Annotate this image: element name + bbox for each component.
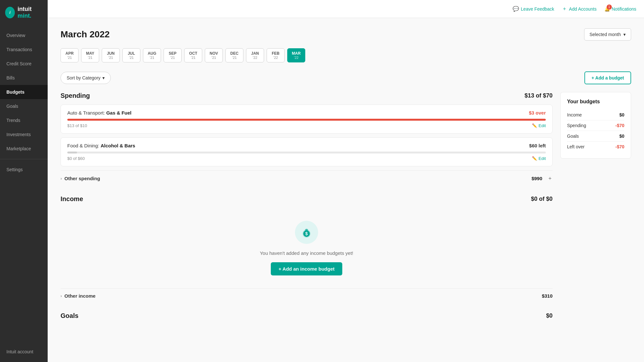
- logo[interactable]: i intuit mint.: [0, 0, 48, 25]
- alcohol-subtext: $0 of $60: [67, 156, 85, 161]
- income-summary: $0 of $0: [531, 196, 553, 202]
- sidebar-label-goals: Goals: [6, 104, 18, 109]
- sidebar-item-budgets[interactable]: Budgets: [0, 85, 48, 99]
- gas-progress-fill: [67, 119, 546, 121]
- goals-section: Goals $0: [61, 312, 553, 320]
- sidebar-item-overview[interactable]: Overview: [0, 28, 48, 42]
- panel-row-spending: Spending -$70: [567, 120, 624, 131]
- panel-spending-label: Spending: [567, 123, 586, 128]
- sidebar-label-investments: Investments: [6, 132, 31, 137]
- intuit-account-link[interactable]: Intuit account: [6, 347, 41, 357]
- month-tab-dec-21[interactable]: DEC'21: [225, 48, 243, 62]
- other-spending-toggle[interactable]: › Other spending: [61, 176, 100, 181]
- budgets-panel: Your budgets Income $0 Spending -$70 Goa…: [560, 92, 631, 329]
- panel-row-income: Income $0: [567, 110, 624, 120]
- sort-by-category-button[interactable]: Sort by Category ▾: [61, 72, 111, 84]
- panel-leftover-label: Left over: [567, 144, 584, 149]
- month-tab-mar-22[interactable]: MAR'22: [287, 48, 305, 62]
- add-income-budget-button[interactable]: + Add an income budget: [271, 262, 342, 275]
- goals-section-header: Goals $0: [61, 312, 553, 320]
- budget-item-gas-fuel: Auto & Transport: Gas & Fuel $3 over $13…: [61, 105, 553, 134]
- month-tab-aug-21[interactable]: AUG'21: [143, 48, 161, 62]
- month-tab-may-21[interactable]: MAY'21: [81, 48, 99, 62]
- panel-row-goals: Goals $0: [567, 131, 624, 142]
- budget-item-gas-footer: $13 of $10 ✏️ Edit: [67, 123, 546, 128]
- spending-title: Spending: [61, 92, 90, 99]
- sidebar-item-transactions[interactable]: Transactions: [0, 42, 48, 57]
- other-spending-add-button[interactable]: ＋: [547, 175, 553, 182]
- sidebar-label-credit-score: Credit Score: [6, 61, 32, 66]
- month-tab-jul-21[interactable]: JUL'21: [122, 48, 140, 62]
- month-tab-oct-21[interactable]: OCT'21: [184, 48, 202, 62]
- budget-item-alcohol-header: Food & Dining: Alcohol & Bars $60 left: [67, 143, 546, 148]
- add-budget-button[interactable]: + Add a budget: [584, 71, 631, 84]
- other-spending-amount: $990: [532, 176, 542, 181]
- page-header: March 2022 Selected month ▾: [61, 28, 631, 41]
- brand-name: intuit mint.: [17, 6, 43, 19]
- budget-item-alcohol-name: Food & Dining: Alcohol & Bars: [67, 143, 135, 148]
- sidebar-label-budgets: Budgets: [6, 89, 24, 95]
- month-tab-feb-22[interactable]: FEB'22: [267, 48, 285, 62]
- alcohol-edit-button[interactable]: ✏️ Edit: [532, 156, 546, 161]
- panel-leftover-amount: -$70: [615, 144, 624, 149]
- sidebar-label-transactions: Transactions: [6, 47, 32, 52]
- sidebar-bottom: Intuit account: [0, 341, 48, 362]
- add-budget-label: + Add a budget: [592, 75, 624, 80]
- sidebar-item-marketplace[interactable]: Marketplace: [0, 142, 48, 156]
- gas-edit-button[interactable]: ✏️ Edit: [532, 123, 546, 128]
- income-title: Income: [61, 195, 83, 203]
- notifications-button[interactable]: 🔔 1 Notifications: [604, 6, 636, 12]
- gas-subtext: $13 of $10: [67, 123, 87, 128]
- leave-feedback-button[interactable]: 💬 Leave Feedback: [513, 6, 554, 12]
- budget-item-alcohol-footer: $0 of $60 ✏️ Edit: [67, 156, 546, 161]
- page-title: March 2022: [61, 29, 110, 40]
- sidebar-item-investments[interactable]: Investments: [0, 127, 48, 142]
- notification-icon-wrapper: 🔔 1: [604, 6, 610, 12]
- sidebar-item-goals[interactable]: Goals: [0, 99, 48, 113]
- chevron-right-icon: ›: [61, 294, 62, 298]
- month-tab-jan-22[interactable]: JAN'22: [246, 48, 264, 62]
- panel-spending-amount: -$70: [615, 123, 624, 128]
- spending-section-header: Spending $13 of $70: [61, 92, 553, 99]
- add-accounts-button[interactable]: ＋ Add Accounts: [562, 5, 597, 12]
- month-tab-jun-21[interactable]: JUN'21: [102, 48, 120, 62]
- svg-text:$: $: [305, 231, 308, 236]
- sidebar: i intuit mint. Overview Transactions Cre…: [0, 0, 48, 362]
- edit-pencil-icon: ✏️: [532, 123, 537, 128]
- goals-title: Goals: [61, 312, 79, 320]
- income-empty-text: You haven't added any income budgets yet…: [67, 250, 546, 256]
- other-spending-label: Other spending: [64, 176, 100, 181]
- sidebar-label-bills: Bills: [6, 75, 15, 80]
- notification-badge: 1: [607, 5, 612, 10]
- month-tab-sep-21[interactable]: SEP'21: [164, 48, 182, 62]
- budget-item-alcohol-status: $60 left: [529, 143, 546, 148]
- content-layout: Spending $13 of $70 Auto & Transport: Ga…: [61, 92, 631, 329]
- sidebar-item-settings[interactable]: Settings: [0, 162, 48, 177]
- panel-goals-label: Goals: [567, 134, 579, 139]
- plus-icon: ＋: [562, 5, 567, 12]
- main-content: March 2022 Selected month ▾ APR'21MAY'21…: [48, 18, 644, 362]
- sidebar-label-settings: Settings: [6, 167, 23, 172]
- sidebar-item-bills[interactable]: Bills: [0, 71, 48, 85]
- logo-icon: i: [5, 7, 15, 18]
- topbar: 💬 Leave Feedback ＋ Add Accounts 🔔 1 Noti…: [48, 0, 644, 18]
- svg-rect-6: [306, 229, 308, 230]
- month-tab-apr-21[interactable]: APR'21: [61, 48, 79, 62]
- spending-summary: $13 of $70: [525, 92, 553, 99]
- income-section-header: Income $0 of $0: [61, 195, 553, 203]
- gas-progress-track: [67, 119, 546, 121]
- month-tab-nov-21[interactable]: NOV'21: [205, 48, 223, 62]
- sidebar-item-trends[interactable]: Trends: [0, 113, 48, 127]
- your-budgets-card: Your budgets Income $0 Spending -$70 Goa…: [560, 92, 631, 159]
- other-spending-actions: $990 ＋: [532, 175, 553, 182]
- month-tabs: APR'21MAY'21JUN'21JUL'21AUG'21SEP'21OCT'…: [61, 48, 631, 62]
- income-empty-state: $ You haven't added any income budgets y…: [61, 208, 553, 288]
- sidebar-nav: Overview Transactions Credit Score Bills…: [0, 25, 48, 341]
- budget-item-gas-header: Auto & Transport: Gas & Fuel $3 over: [67, 110, 546, 116]
- sidebar-label-overview: Overview: [6, 33, 25, 38]
- selected-month-dropdown[interactable]: Selected month ▾: [584, 28, 631, 41]
- sidebar-item-credit-score[interactable]: Credit Score: [0, 57, 48, 71]
- feedback-icon: 💬: [513, 6, 519, 12]
- other-income-toggle[interactable]: › Other income: [61, 293, 96, 299]
- controls-row: Sort by Category ▾ + Add a budget: [61, 71, 631, 84]
